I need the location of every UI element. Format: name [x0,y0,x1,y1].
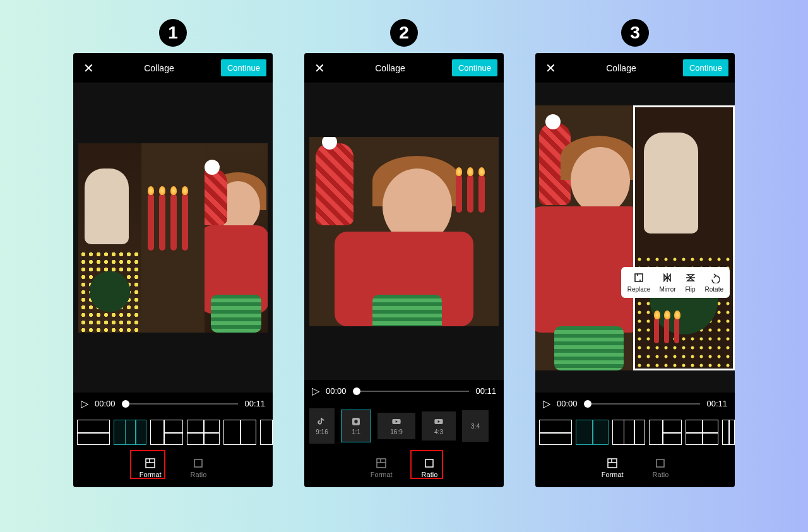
highlight-box [130,450,165,479]
page-title: Collage [144,63,174,73]
layout-option[interactable] [576,420,609,445]
topbar: ✕ Collage Continue [73,53,273,83]
rotate-button[interactable]: Rotate [701,271,727,294]
youtube-icon [434,417,444,427]
time-current: 00:00 [557,399,578,408]
close-icon[interactable]: ✕ [542,61,559,76]
tab-format[interactable]: Format [365,455,398,481]
bottom-tabs: Format Ratio [304,450,504,487]
layout-option[interactable] [612,420,645,445]
time-total: 00:11 [244,399,265,408]
layout-picker [73,415,273,450]
step-badge: 2 [390,19,418,47]
ratio-icon [193,458,204,469]
time-current: 00:00 [326,386,347,396]
layout-option[interactable] [260,420,273,445]
layout-option[interactable] [77,420,110,445]
collage-pane-2[interactable] [141,143,205,333]
time-current: 00:00 [95,399,116,408]
rotate-icon [708,272,720,283]
mirror-icon [662,272,673,283]
mirror-button[interactable]: Mirror [655,271,679,294]
ratio-picker: 9:16 1:1 16:9 4:3 3:4 [304,402,504,450]
svg-rect-1 [194,459,202,467]
layout-option[interactable] [722,420,735,445]
layout-option[interactable] [223,420,256,445]
bottom-tabs: Format Ratio [73,450,273,487]
svg-rect-9 [608,459,617,468]
layout-picker [535,415,735,450]
collage-pane-left[interactable] [535,105,633,370]
flip-icon [685,272,696,283]
tiktok-icon [317,417,327,427]
collage-canvas[interactable]: Replace Mirror Flip Rotate [535,83,735,393]
scrub-bar[interactable] [353,391,470,392]
svg-rect-6 [377,459,386,468]
collage-pane-1[interactable] [78,143,141,333]
layout-option[interactable] [114,420,146,445]
scrub-bar[interactable] [584,403,701,405]
phone-1: ✕ Collage Continue ▷ 00:00 00:11 Format … [73,53,273,487]
topbar: ✕ Collage Continue [535,53,735,83]
collage-canvas[interactable] [304,83,504,380]
scrubber: ▷ 00:00 00:11 [535,393,735,415]
flip-button[interactable]: Flip [681,271,700,294]
pane-edit-popup: Replace Mirror Flip Rotate [621,267,730,298]
play-icon[interactable]: ▷ [81,398,88,410]
scrubber: ▷ 00:00 00:11 [304,380,504,402]
collage-pane-right-selected[interactable] [633,105,735,370]
scrubber: ▷ 00:00 00:11 [73,393,273,415]
collage-pane-3[interactable] [205,143,268,333]
svg-rect-8 [635,274,643,281]
topbar: ✕ Collage Continue [304,53,504,83]
replace-button[interactable]: Replace [624,271,655,294]
page-title: Collage [606,63,636,73]
layout-option[interactable] [686,420,718,445]
ratio-option-3-4[interactable]: 3:4 [462,410,489,442]
ratio-option-4-3[interactable]: 4:3 [422,411,456,440]
tab-ratio[interactable]: Ratio [186,455,212,481]
layout-option[interactable] [150,420,183,445]
page-title: Collage [375,63,405,73]
ratio-option-1-1[interactable]: 1:1 [341,410,371,442]
bottom-tabs: Format Ratio [535,450,735,487]
play-icon[interactable]: ▷ [543,398,550,410]
tab-ratio[interactable]: Ratio [648,455,674,481]
youtube-icon [391,417,401,427]
continue-button[interactable]: Continue [221,59,266,76]
play-icon[interactable]: ▷ [312,385,319,397]
step-badge: 1 [159,19,187,47]
collage-canvas[interactable] [73,83,273,393]
replace-icon [633,272,645,283]
close-icon[interactable]: ✕ [311,61,328,76]
scrub-bar[interactable] [122,403,239,405]
ratio-icon [655,458,666,469]
phone-2: ✕ Collage Continue ▷ 00:00 00:11 9:16 1:… [304,53,504,487]
time-total: 00:11 [706,399,727,408]
tab-format[interactable]: Format [597,455,629,481]
format-icon [376,458,387,469]
continue-button[interactable]: Continue [683,59,728,76]
layout-option[interactable] [649,420,682,445]
ratio-option-9-16[interactable]: 9:16 [309,408,335,444]
format-icon [607,458,618,469]
instagram-icon [351,417,361,427]
time-total: 00:11 [475,386,496,396]
step-badge: 3 [621,19,649,47]
phone-3: ✕ Collage Continue Replace Mirror Flip R… [535,53,735,487]
layout-option[interactable] [187,420,220,445]
layout-option[interactable] [539,420,572,445]
svg-rect-10 [656,459,664,467]
svg-point-3 [354,420,357,423]
ratio-option-16-9[interactable]: 16:9 [377,413,415,439]
highlight-box [410,450,443,479]
continue-button[interactable]: Continue [452,59,497,76]
collage-pane[interactable] [309,137,499,326]
close-icon[interactable]: ✕ [80,61,97,76]
